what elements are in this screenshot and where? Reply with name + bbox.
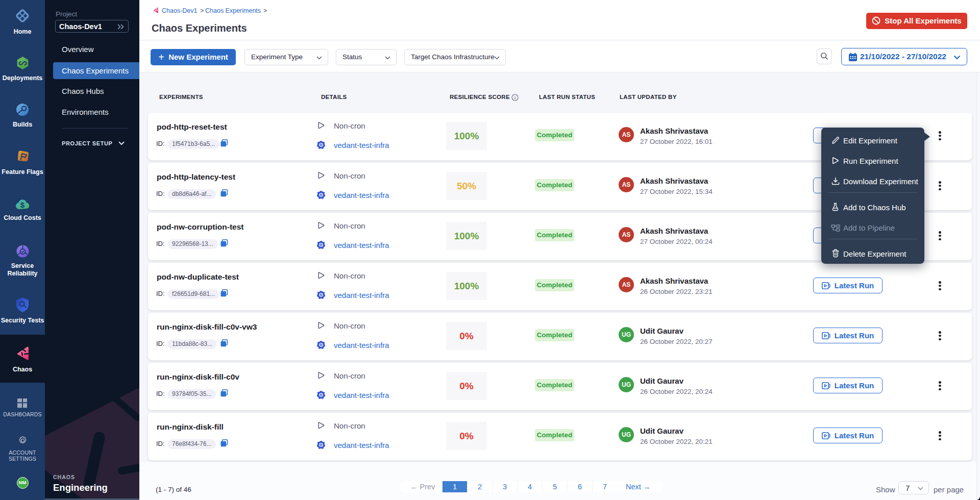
- svg-text:$: $: [20, 201, 25, 209]
